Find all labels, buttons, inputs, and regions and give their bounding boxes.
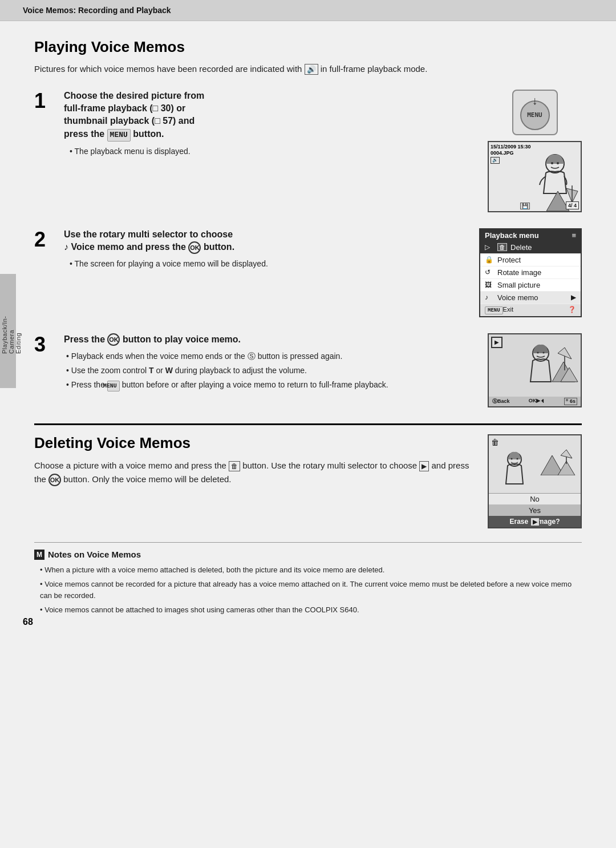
page-number: 68 bbox=[23, 617, 33, 627]
erase-screen: 🗑 Erase 1 image? bbox=[488, 434, 582, 528]
menu-button-illustration: ↓ MENU bbox=[512, 90, 558, 135]
notes-box: M Notes on Voice Memos When a picture wi… bbox=[34, 542, 582, 616]
erase-person-illustration bbox=[495, 447, 534, 487]
notes-bullet-1: When a picture with a voice memo attache… bbox=[40, 564, 582, 576]
playback-person-illustration bbox=[512, 339, 581, 396]
image-counter: 4/ 4 bbox=[566, 201, 579, 209]
menu-item-small[interactable]: 🖼 Small picture bbox=[480, 279, 581, 292]
playback-screen: ▶ ⓈBack OK▶⏴ bbox=[488, 333, 582, 407]
small-picture-icon: 🖼 bbox=[485, 281, 494, 289]
step-1-text: Choose the desired picture from full-fra… bbox=[64, 90, 476, 142]
ok-circle-del: OK bbox=[48, 474, 61, 486]
time-label: ᴵᴵ 6s bbox=[564, 398, 577, 405]
ok-circle-3: OK bbox=[107, 333, 120, 346]
menu-item-voice-label: Voice memo bbox=[497, 293, 538, 302]
erase-option-yes[interactable]: Yes bbox=[489, 505, 581, 516]
play-icon: ▶ bbox=[491, 337, 502, 348]
step-3-right: ▶ ⓈBack OK▶⏴ bbox=[476, 333, 582, 407]
step-1-content: Choose the desired picture from full-fra… bbox=[57, 90, 476, 160]
step-2-bullet: The screen for playing a voice memo will… bbox=[70, 259, 468, 270]
back-label: ⓈBack bbox=[492, 398, 510, 405]
step-3-bullet-1: Playback ends when the voice memo ends o… bbox=[64, 350, 476, 362]
playback-menu-title: Playback menu bbox=[485, 231, 539, 240]
protect-icon: 🔒 bbox=[485, 256, 494, 264]
playback-menu: Playback menu ≡ ▷ 🗑 Delete 🔒 Protect ↺ bbox=[479, 228, 582, 317]
step-3-number: 3 bbox=[34, 334, 57, 355]
step-2-content: Use the rotary multi selector to choose … bbox=[57, 228, 468, 272]
menu-lines-icon: ≡ bbox=[572, 231, 576, 240]
step-3-bullet-3: Press the MENU button before or after pl… bbox=[64, 379, 476, 391]
erase-mountain bbox=[535, 447, 581, 475]
menu-item-rotate[interactable]: ↺ Rotate image bbox=[480, 266, 581, 279]
header-title: Voice Memos: Recording and Playback bbox=[23, 6, 171, 15]
menu-item-protect-label: Protect bbox=[497, 256, 521, 264]
svg-point-1 bbox=[551, 162, 553, 164]
svg-point-6 bbox=[543, 352, 545, 353]
section-divider bbox=[34, 423, 582, 425]
notes-checkbox-icon: M bbox=[34, 550, 44, 560]
camera-filename: 0004.JPG bbox=[491, 150, 531, 157]
svg-point-5 bbox=[537, 352, 539, 353]
svg-point-9 bbox=[511, 458, 513, 459]
step-1-right: ↓ MENU 15/11/2009 15:30 0004.JPG 🔊 bbox=[476, 90, 582, 212]
menu-keyword: MENU bbox=[107, 129, 131, 142]
section1-title: Playing Voice Memos bbox=[34, 38, 582, 56]
step-3-left: 3 Press the OK button to play voice memo… bbox=[34, 333, 476, 394]
erase-play-icon: ▶ bbox=[530, 518, 540, 526]
step-2-left: 2 Use the rotary multi selector to choos… bbox=[34, 228, 468, 272]
menu-item-delete[interactable]: ▷ 🗑 Delete bbox=[480, 241, 581, 254]
svg-point-2 bbox=[557, 162, 559, 164]
delete-icon: ▷ bbox=[485, 243, 494, 251]
menu-exit-label: MENUExit bbox=[485, 306, 513, 314]
menu-help-icon: ❓ bbox=[568, 306, 576, 314]
step-3: 3 Press the OK button to play voice memo… bbox=[34, 333, 582, 407]
trash-icon: 🗑 bbox=[491, 438, 499, 447]
camera-screen-1: 15/11/2009 15:30 0004.JPG 🔊 bbox=[488, 141, 582, 212]
step-2-right: Playback menu ≡ ▷ 🗑 Delete 🔒 Protect ↺ bbox=[468, 228, 582, 317]
camera-date: 15/11/2009 15:30 bbox=[491, 144, 531, 151]
step-3-text: Press the OK button to play voice memo. bbox=[64, 333, 476, 346]
playback-footer-bar: ⓈBack OK▶⏴ ᴵᴵ 6s bbox=[489, 397, 581, 406]
step-3-content: Press the OK button to play voice memo. … bbox=[57, 333, 476, 394]
menu-item-protect[interactable]: 🔒 Protect bbox=[480, 254, 581, 266]
ok-play-label: OK▶⏴ bbox=[529, 398, 546, 405]
menu-item-small-label: Small picture bbox=[497, 281, 540, 289]
section2-title: Deleting Voice Memos bbox=[34, 434, 476, 452]
notes-title: M Notes on Voice Memos bbox=[34, 550, 582, 560]
erase-options-container: No Yes bbox=[489, 493, 581, 516]
notes-bullet-2: Voice memos cannot be recorded for a pic… bbox=[40, 579, 582, 601]
step-1-number: 1 bbox=[34, 91, 57, 111]
svg-point-10 bbox=[517, 458, 518, 459]
step-3-bullet-2: Use the zoom control T or W during playb… bbox=[64, 365, 476, 377]
menu-item-voice[interactable]: ♪ Voice memo ▶ bbox=[480, 292, 581, 304]
step-1-left: 1 Choose the desired picture from full-f… bbox=[34, 90, 476, 160]
voice-memo-icon: ♪ bbox=[485, 293, 494, 301]
notes-bullet-3: Voice memos cannot be attached to images… bbox=[40, 604, 582, 616]
section2-right: 🗑 Erase 1 image? bbox=[488, 434, 582, 528]
step-2: 2 Use the rotary multi selector to choos… bbox=[34, 228, 582, 317]
playback-menu-header: Playback menu ≡ bbox=[480, 229, 581, 241]
menu-item-rotate-label: Rotate image bbox=[497, 268, 541, 277]
section2-text: Choose a picture with a voice memo and p… bbox=[34, 459, 476, 486]
ok-circle: OK bbox=[188, 241, 201, 254]
step-3-bullets: Playback ends when the voice memo ends o… bbox=[64, 350, 476, 391]
page-content: Playing Voice Memos Pictures for which v… bbox=[0, 21, 616, 636]
step-1-bullet: The playback menu is displayed. bbox=[70, 146, 476, 158]
section2-container: Deleting Voice Memos Choose a picture wi… bbox=[34, 434, 582, 528]
page-header: Voice Memos: Recording and Playback bbox=[0, 0, 616, 21]
step-2-text: Use the rotary multi selector to choose … bbox=[64, 228, 468, 254]
notes-title-text: Notes on Voice Memos bbox=[48, 550, 141, 559]
menu-item-delete-label: Delete bbox=[510, 243, 532, 252]
section2-left: Deleting Voice Memos Choose a picture wi… bbox=[34, 434, 476, 486]
step-2-number: 2 bbox=[34, 229, 57, 250]
rotate-icon: ↺ bbox=[485, 268, 494, 276]
memory-icon: 💾 bbox=[520, 203, 530, 209]
playback-menu-footer: MENUExit ❓ bbox=[480, 304, 581, 316]
step-1: 1 Choose the desired picture from full-f… bbox=[34, 90, 582, 212]
intro-text: Pictures for which voice memos have been… bbox=[34, 63, 582, 76]
erase-option-no[interactable]: No bbox=[489, 494, 581, 505]
